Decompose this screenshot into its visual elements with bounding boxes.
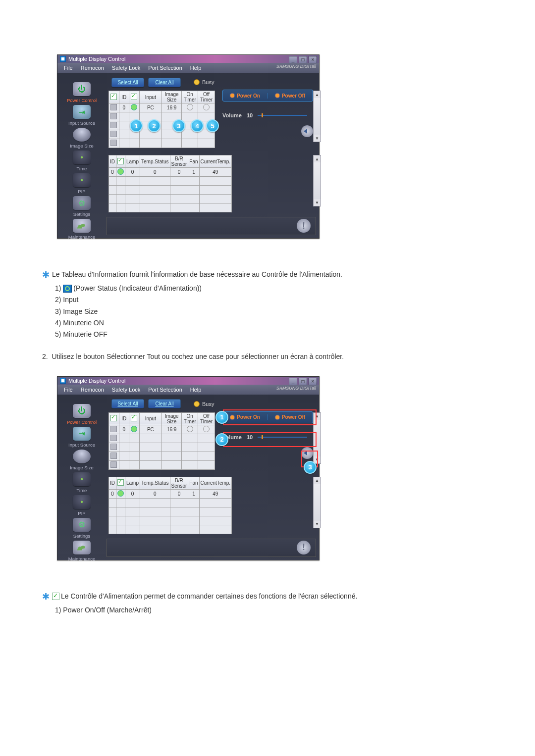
status-bar: ! <box>107 539 316 557</box>
pip-icon[interactable]: • <box>73 173 91 187</box>
cell-image-size: 16:9 <box>161 103 181 112</box>
menu-file[interactable]: File <box>60 387 77 393</box>
volume-slider[interactable] <box>258 115 307 116</box>
window-controls: _ □ × <box>289 378 317 385</box>
maximize-button[interactable]: □ <box>299 56 307 63</box>
callout-1: 1 <box>215 411 228 424</box>
col2-id: ID <box>109 155 116 168</box>
sidebar-settings[interactable]: Settings <box>59 533 105 539</box>
sidebar-maintenance[interactable]: Maintenance <box>59 556 105 561</box>
sidebar: ⏻Power Control ⇥Input Source Image Size … <box>59 397 105 563</box>
window-title: Multiple Display Control <box>68 56 126 62</box>
table-row[interactable]: 0 0 0 0 1 49 <box>109 168 232 177</box>
sidebar-pip[interactable]: PIP <box>59 510 105 516</box>
image-size-icon[interactable] <box>73 450 91 463</box>
menu-help[interactable]: Help <box>186 65 206 71</box>
image-size-icon[interactable] <box>73 128 91 142</box>
time-icon[interactable]: • <box>73 472 91 486</box>
power-control-icon[interactable]: ⏻ <box>73 404 91 418</box>
star-bullet-icon: ✱ <box>42 270 50 280</box>
close-button[interactable]: × <box>309 56 317 63</box>
cell-id: 0 <box>119 103 129 112</box>
volume-value: 10 <box>247 112 253 118</box>
scrollbar-1[interactable]: ▲▼ <box>313 91 321 142</box>
power-on-dot-icon <box>230 94 234 98</box>
power-off-button[interactable]: Power Off <box>268 93 313 99</box>
sidebar-input-source[interactable]: Input Source <box>59 442 105 448</box>
settings-icon[interactable]: ⚙ <box>73 196 91 210</box>
scrollbar-2[interactable]: ▲▼ <box>313 477 321 528</box>
sidebar-time[interactable]: Time <box>59 166 105 171</box>
busy-label: Busy <box>202 401 214 407</box>
col2-current-temp: CurrentTemp. <box>199 155 232 168</box>
sidebar-image-size[interactable]: Image Size <box>59 465 105 470</box>
pip-icon[interactable]: • <box>73 495 91 509</box>
header-status-icon <box>131 94 137 100</box>
svg-rect-1 <box>61 379 64 382</box>
volume-label: Volume <box>222 112 242 118</box>
clear-all-button[interactable]: Clear All <box>148 78 181 87</box>
col2-status-icon <box>117 158 124 164</box>
speaker-icon[interactable] <box>301 125 313 137</box>
titlebar: Multiple Display Control _ □ × <box>57 55 319 63</box>
clear-all-button[interactable]: Clear All <box>148 399 181 408</box>
row-checkbox[interactable] <box>110 104 117 110</box>
sidebar-maintenance[interactable]: Maintenance <box>59 234 105 240</box>
power-panel: Power On Power Off Volume 10 <box>222 90 313 139</box>
callout-1: 1 <box>130 119 143 132</box>
table-row[interactable]: 0 PC 16:9 <box>109 425 215 434</box>
select-all-button[interactable]: Select All <box>111 78 144 87</box>
maintenance-icon[interactable] <box>73 219 91 233</box>
maximize-button[interactable]: □ <box>299 378 307 385</box>
menu-file[interactable]: File <box>60 65 77 71</box>
info-icon[interactable]: ! <box>297 219 311 233</box>
menu-remocon[interactable]: Remocon <box>77 65 108 71</box>
power-control-icon[interactable]: ⏻ <box>73 82 91 96</box>
power-on-button[interactable]: Power On <box>223 93 268 99</box>
menu-safety-lock[interactable]: Safety Lock <box>108 387 144 393</box>
time-icon[interactable]: • <box>73 151 91 164</box>
close-button[interactable]: × <box>309 378 317 385</box>
cell2-curtemp: 49 <box>199 168 232 177</box>
power-status-icon <box>131 104 137 110</box>
doc-list-1: 1) (Power Status (Indicateur d'Alimentat… <box>55 283 505 339</box>
menu-help[interactable]: Help <box>186 387 206 393</box>
sidebar-image-size[interactable]: Image Size <box>59 143 105 149</box>
sensor-table: ID Lamp Temp.Status B/R Sensor Fan Curre… <box>108 477 313 534</box>
col2-br-sensor: B/R Sensor <box>170 155 188 168</box>
sidebar-power-control[interactable]: Power Control <box>59 98 105 103</box>
info-icon[interactable]: ! <box>297 541 311 554</box>
sidebar-time[interactable]: Time <box>59 488 105 493</box>
brand-label: SAMSUNG DIGITall <box>276 386 316 391</box>
col-image-size: Image Size <box>161 91 181 103</box>
sidebar-power-control[interactable]: Power Control <box>59 419 105 425</box>
star-bullet-icon: ✱ <box>42 592 50 602</box>
cell2-power-icon <box>117 168 124 175</box>
window-title: Multiple Display Control <box>68 378 126 384</box>
table-row[interactable]: 0 0 0 0 1 49 <box>109 489 232 498</box>
sidebar-pip[interactable]: PIP <box>59 189 105 194</box>
minimize-button[interactable]: _ <box>289 56 297 63</box>
sidebar-input-source[interactable]: Input Source <box>59 120 105 126</box>
header-checkbox[interactable] <box>110 94 117 100</box>
input-source-icon[interactable]: ⇥ <box>73 105 91 119</box>
header-checkbox[interactable] <box>110 415 117 421</box>
settings-icon[interactable]: ⚙ <box>73 518 91 532</box>
col-off-timer: Off Timer <box>198 91 215 103</box>
col2-lamp: Lamp <box>125 155 140 168</box>
col-input: Input <box>139 91 161 103</box>
menu-remocon[interactable]: Remocon <box>77 387 108 393</box>
sidebar-settings[interactable]: Settings <box>59 211 105 217</box>
menu-port-selection[interactable]: Port Selection <box>144 65 186 71</box>
scrollbar-2[interactable]: ▲▼ <box>313 155 321 206</box>
menu-port-selection[interactable]: Port Selection <box>144 387 186 393</box>
input-source-icon[interactable]: ⇥ <box>73 427 91 441</box>
select-all-button[interactable]: Select All <box>111 399 144 408</box>
page: Multiple Display Control _ □ × File Remo… <box>0 0 535 655</box>
sound-icon-wrap <box>222 447 313 460</box>
row-checkbox[interactable] <box>110 426 117 432</box>
table-row[interactable]: 0 PC 16:9 <box>109 103 215 112</box>
menu-safety-lock[interactable]: Safety Lock <box>108 65 144 71</box>
maintenance-icon[interactable] <box>73 541 91 554</box>
minimize-button[interactable]: _ <box>289 378 297 385</box>
